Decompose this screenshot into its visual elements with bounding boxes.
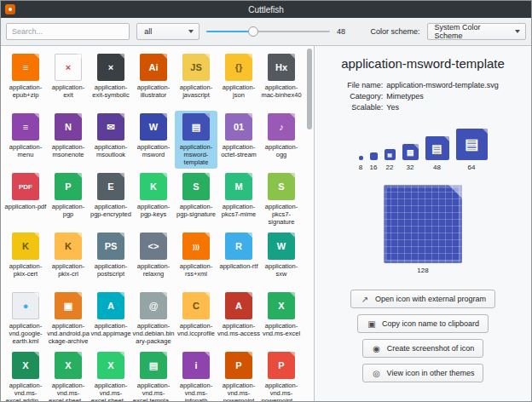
icon-grid-item[interactable]: )))application-rss+xml — [175, 230, 217, 288]
icon-label: application-pgp-keys — [132, 203, 175, 218]
mimetype-icon: × — [97, 54, 124, 81]
icon-grid-item[interactable]: Capplication-vnd.iccprofile — [175, 290, 217, 347]
copy-name-button[interactable]: ▣Copy icon name to clipboard — [357, 314, 489, 333]
icon-grid-item[interactable]: Eapplication-pgp-encrypted — [90, 170, 132, 228]
screenshot-button[interactable]: ◉Create screenshot of icon — [362, 339, 484, 358]
large-preview-size: 128 — [417, 267, 428, 274]
icon-grid-item[interactable]: Kapplication-pgp-keys — [132, 170, 175, 228]
icon-grid-item[interactable]: Aapplication-vnd.appimage — [90, 290, 132, 347]
open-external-icon: ↗ — [360, 295, 370, 304]
icon-grid-item[interactable]: Xapplication-vnd.ms-excel.sheet.macroEna… — [90, 349, 132, 401]
mimetype-icon: JS — [182, 54, 210, 81]
preview-icon: ▤ — [385, 149, 396, 160]
mimetype-icon: W — [140, 113, 167, 141]
icon-size-slider[interactable] — [206, 23, 330, 40]
size-preview[interactable]: 8 — [359, 156, 363, 171]
icon-grid-item[interactable]: ♪application-ogg — [260, 111, 303, 169]
mimetype-icon: PS — [97, 233, 124, 260]
icon-grid-item[interactable]: ×application-exit-symbolic — [90, 51, 132, 109]
mimetype-icon: ✉ — [97, 113, 124, 141]
icon-grid-item[interactable]: Kapplication-pkix-cert — [4, 230, 47, 288]
details-pane: application-msword-template File name: a… — [315, 46, 531, 401]
icon-grid-item[interactable]: JSapplication-javascript — [175, 51, 217, 109]
icon-grid-item[interactable]: Papplication-vnd.ms-powerpoint — [217, 349, 260, 401]
icon-grid-item[interactable]: Xapplication-vnd.ms-excel.addin.macroEna… — [4, 349, 47, 401]
size-preview[interactable]: ▤22 — [385, 149, 396, 171]
view-themes-icon: ◎ — [372, 369, 382, 378]
icon-grid-item[interactable]: Kapplication-pkix-crl — [47, 230, 90, 288]
content: ≡application-epub+zip×application-exit×a… — [1, 46, 531, 401]
icon-grid-item[interactable]: Sapplication-pkcs7-signature — [260, 170, 303, 228]
icon-label: application-exit — [47, 83, 90, 99]
icon-grid-item[interactable]: Aapplication-vnd.ms-access — [217, 290, 260, 347]
icon-grid-item[interactable]: Xapplication-vnd.ms-excel.sheet.binary.m… — [47, 349, 90, 401]
icon-label: application-mac-binhex40 — [260, 83, 303, 99]
icon-grid-item[interactable]: ▤application-msword-template — [175, 111, 217, 169]
icon-label: application-pgp — [47, 203, 90, 218]
icon-grid-item[interactable]: {}application-json — [217, 51, 260, 109]
window-title: Cuttlefish — [1, 5, 531, 14]
button-label: Create screenshot of icon — [387, 344, 475, 353]
icon-label: application-vnd.ms-excel.addin.macroEnab… — [4, 382, 47, 401]
cuttlefish-window: Cuttlefish all 48 Color scheme: System C… — [0, 0, 532, 402]
scrollbar-handle[interactable] — [307, 49, 312, 129]
icon-grid-item[interactable]: Papplication-pgp — [47, 170, 90, 228]
size-preview-label: 8 — [359, 164, 362, 171]
scrollbar[interactable] — [305, 46, 314, 401]
icon-grid-item[interactable]: Wapplication-sxw — [260, 230, 303, 288]
category-filter-dropdown[interactable]: all — [136, 23, 200, 40]
icon-grid-item[interactable]: Mapplication-pkcs7-mime — [217, 170, 260, 228]
mimetype-icon: ● — [12, 292, 39, 319]
mimetype-icon: N — [55, 113, 82, 141]
mimetype-icon: {} — [225, 54, 252, 81]
icon-label: application-msword-template — [175, 143, 217, 166]
icon-grid-item[interactable]: ×application-exit — [47, 51, 90, 109]
icon-properties: File name: application-msword-template.s… — [347, 81, 499, 112]
icon-grid-item[interactable]: ▤application-vnd.ms-excel.template.macro… — [132, 349, 175, 401]
open-external-button[interactable]: ↗Open icon with external program — [350, 290, 495, 308]
color-scheme-dropdown[interactable]: System Color Scheme — [427, 23, 526, 40]
icon-label: application-postscript — [90, 262, 132, 278]
icon-grid-item[interactable]: Wapplication-msword — [132, 111, 175, 169]
size-preview[interactable]: ▤48 — [425, 136, 449, 171]
icon-grid-item[interactable]: Sapplication-pgp-signature — [175, 170, 217, 228]
mimetype-icon: E — [97, 173, 124, 200]
icon-grid-item[interactable]: 01application-octet-stream — [217, 111, 260, 169]
icon-grid-item[interactable]: Napplication-msonenote — [47, 111, 90, 169]
icon-label: application-vnd.iccprofile — [175, 322, 217, 337]
size-preview[interactable]: ▤32 — [402, 144, 419, 171]
icon-grid-item[interactable]: ≡application-menu — [4, 111, 47, 169]
icon-label: application-octet-stream — [217, 143, 260, 158]
size-preview[interactable]: ▤64 — [456, 129, 488, 171]
cuttlefish-app-icon — [5, 4, 15, 14]
icon-grid-item[interactable]: Hxapplication-mac-binhex40 — [260, 51, 303, 109]
chevron-down-icon — [188, 30, 194, 33]
icon-grid-item[interactable]: Aiapplication-illustrator — [132, 51, 175, 109]
large-preview-icon[interactable] — [384, 185, 462, 263]
search-input[interactable] — [6, 23, 130, 40]
icon-label: application-pdf — [4, 203, 47, 210]
mimetype-icon: ))) — [182, 233, 210, 260]
titlebar[interactable]: Cuttlefish — [1, 1, 531, 18]
icon-grid-item[interactable]: Xapplication-vnd.ms-excel — [260, 290, 303, 347]
icon-grid-item[interactable]: ✉application-msoutlook — [90, 111, 132, 169]
icon-grid-item[interactable]: ●application-vnd.google-earth.kml — [4, 290, 47, 347]
icon-grid-item[interactable]: @application-vnd.debian.binary-package — [132, 290, 175, 347]
icon-grid-item[interactable]: iapplication-vnd.ms-infopath — [175, 349, 217, 401]
preview-icon — [370, 152, 378, 160]
icon-grid-item[interactable]: <>application-relaxng — [132, 230, 175, 288]
view-themes-button[interactable]: ◎View icon in other themes — [362, 364, 484, 382]
size-previews: 816▤22▤32▤48▤64 — [359, 129, 488, 171]
size-preview[interactable]: 16 — [370, 152, 378, 171]
icon-label: application-pkix-crl — [47, 262, 90, 278]
icon-grid-item[interactable]: PSapplication-postscript — [90, 230, 132, 288]
icon-grid-item[interactable]: Papplication-vnd.ms-powerpoint.addin.mac… — [260, 349, 303, 401]
slider-handle[interactable] — [248, 26, 258, 37]
icon-grid-item[interactable]: PDFapplication-pdf — [4, 170, 47, 228]
icon-grid-item[interactable]: ▣application-vnd.android.package-archive — [47, 290, 90, 347]
chevron-down-icon — [515, 30, 520, 33]
icon-grid-item[interactable]: ≡application-epub+zip — [4, 51, 47, 109]
preview-icon: ▤ — [425, 136, 449, 160]
icon-grid-item[interactable]: Rapplication-rtf — [217, 230, 260, 288]
mimetype-icon: Hx — [268, 54, 295, 81]
